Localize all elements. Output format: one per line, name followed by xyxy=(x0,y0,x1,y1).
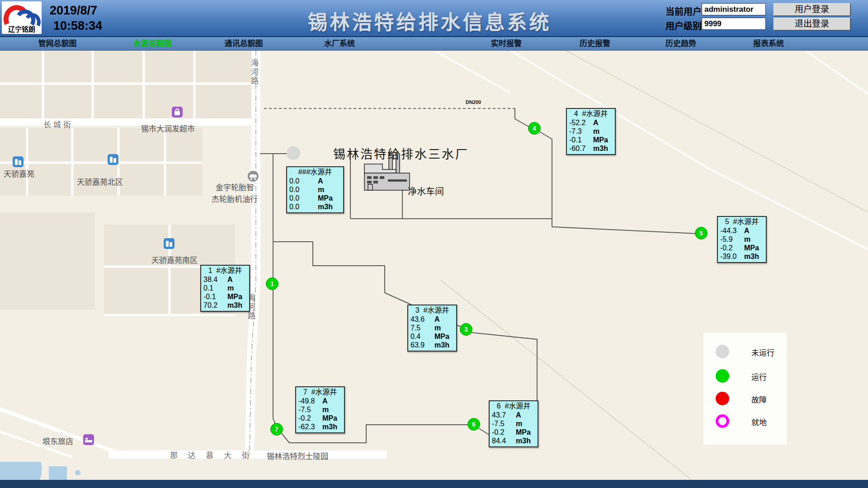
well-marker-stopped[interactable] xyxy=(287,146,300,160)
unit-label: A xyxy=(516,411,521,419)
poi-label-tire-shop-2: 杰轮胎机油行 xyxy=(212,193,258,204)
well-level: -7.5 xyxy=(492,419,505,428)
well-level: 0.1 xyxy=(203,284,213,292)
unit-label: m3h xyxy=(227,301,242,310)
workshop-label: 净水车间 xyxy=(408,184,444,197)
unit-label: m xyxy=(322,405,329,414)
unit-label: MPa xyxy=(744,244,759,252)
well-marker-7[interactable]: 7 xyxy=(270,423,283,436)
well-pressure: 0.4 xyxy=(410,332,420,341)
well-title: 5 #水源井 xyxy=(718,217,766,226)
well-flow: -39.0 xyxy=(720,252,736,261)
well-current: -49.8 xyxy=(298,397,315,405)
unit-label: MPa xyxy=(434,332,449,341)
tab-report-system[interactable]: 报表系统 xyxy=(753,37,784,50)
well-flow: 0.0 xyxy=(289,202,299,211)
well-level: 7.5 xyxy=(410,324,420,332)
tab-water-plant-system[interactable]: 水厂系统 xyxy=(324,37,355,50)
well-data-panel-5: 5 #水源井 -44.3A -5.9m -0.2MPa -39.0m3h xyxy=(717,216,767,263)
pipe-dn200-label: DN200 xyxy=(466,99,481,105)
well-pressure: -0.2 xyxy=(720,244,733,252)
user-level-input[interactable] xyxy=(702,18,766,30)
company-logo: 辽宁铭朗 xyxy=(2,1,42,34)
tab-realtime-alarm[interactable]: 实时报警 xyxy=(491,37,522,50)
well-marker-4[interactable]: 4 xyxy=(528,122,541,135)
poi-label-martyrs-cemetery: 锡林浩特烈士陵园 xyxy=(267,450,328,461)
unit-label: A xyxy=(434,315,440,324)
well-pressure: -0.1 xyxy=(569,136,582,144)
well-data-panel-ref: ###水源井 0.0A 0.0m 0.0MPa 0.0m3h xyxy=(286,166,344,213)
well-data-panel-7: 7 #水源井 -49.8A -7.5m -0.2MPa -62.3m3h xyxy=(295,386,345,433)
well-marker-1[interactable]: 1 xyxy=(266,277,278,290)
well-pressure: -0.2 xyxy=(298,414,311,422)
unit-label: MPa xyxy=(322,414,337,422)
well-current: -52.2 xyxy=(569,118,585,127)
unit-label: m3h xyxy=(516,436,531,445)
legend-local-label: 就地 xyxy=(751,416,767,427)
tab-water-source-overview[interactable]: 水源总貌图 xyxy=(133,37,172,50)
poi-label-hotel: 垠东旅店 xyxy=(42,435,73,446)
header-bar: 辽宁铭朗 2019/8/710:58:34 锡林浩特给排水信息系统 当前用户 用… xyxy=(0,0,868,37)
well-data-panel-1: 1 #水源井 38.4A 0.1m -0.1MPa 70.2m3h xyxy=(200,265,250,312)
plant-title: 锡林浩特给排水三水厂 xyxy=(333,145,469,162)
tab-pipe-network-overview[interactable]: 管网总貌图 xyxy=(38,37,77,50)
well-data-panel-4: 4 #水源井 -52.2A -7.3m -0.1MPa -60.7m3h xyxy=(566,108,616,155)
well-marker-6[interactable]: 6 xyxy=(467,418,480,431)
logout-button[interactable]: 退出登录 xyxy=(774,18,850,30)
system-title: 锡林浩特给排水信息系统 xyxy=(308,6,552,35)
nav-bar: 管网总貌图 水源总貌图 通讯总貌图 水厂系统 实时报警 历史报警 历史趋势 报表… xyxy=(0,37,868,51)
unit-label: m3h xyxy=(322,422,337,431)
well-flow: 70.2 xyxy=(203,301,217,310)
well-flow: -60.7 xyxy=(569,144,585,153)
shopping-bag-icon xyxy=(172,107,183,117)
unit-label: MPa xyxy=(516,428,531,436)
unit-label: m xyxy=(434,324,441,332)
legend-running-icon xyxy=(716,369,729,383)
unit-label: m3h xyxy=(318,202,333,211)
well-level: -5.9 xyxy=(720,235,733,244)
poi-label-tianjiao-north: 天骄嘉苑北区 xyxy=(77,176,123,187)
unit-label: A xyxy=(227,275,233,284)
unit-label: m3h xyxy=(744,252,759,261)
well-marker-3[interactable]: 3 xyxy=(460,323,472,336)
legend-fault-icon xyxy=(716,392,729,405)
unit-label: m xyxy=(516,419,522,428)
well-title: 7 #水源井 xyxy=(296,387,344,397)
current-user-input[interactable] xyxy=(702,3,766,15)
well-title: 6 #水源井 xyxy=(490,401,538,411)
unit-label: A xyxy=(744,226,750,235)
well-pressure: -0.1 xyxy=(203,292,216,301)
well-current: 43.6 xyxy=(410,315,425,324)
building-icon xyxy=(108,154,118,165)
well-level: -7.3 xyxy=(569,127,582,136)
unit-label: m xyxy=(318,185,324,194)
unit-label: m3h xyxy=(434,341,449,349)
well-level: -7.5 xyxy=(298,405,311,414)
well-marker-5[interactable]: 5 xyxy=(695,227,708,239)
unit-label: A xyxy=(318,177,323,185)
well-title: ###水源井 xyxy=(287,167,343,177)
login-button[interactable]: 用户登录 xyxy=(774,3,850,16)
legend-stopped-label: 未运行 xyxy=(751,347,774,358)
unit-label: m xyxy=(593,127,599,136)
well-current: 43.7 xyxy=(492,411,506,419)
logo-text: 辽宁铭朗 xyxy=(2,24,42,33)
car-repair-icon xyxy=(248,171,259,182)
tab-history-trend[interactable]: 历史趋势 xyxy=(665,37,696,50)
well-title: 4 #水源井 xyxy=(567,109,615,118)
unit-label: MPa xyxy=(227,292,242,301)
unit-label: MPa xyxy=(593,136,608,144)
well-title: 3 #水源井 xyxy=(408,305,456,315)
well-flow: 63.9 xyxy=(410,341,425,349)
user-level-label: 用户级别 xyxy=(665,19,702,32)
building-icon xyxy=(164,238,175,249)
street-label-haihe-north: 海河路 xyxy=(248,59,259,86)
well-pressure: 0.0 xyxy=(289,194,299,202)
well-current: -44.3 xyxy=(720,226,736,235)
legend-local-icon xyxy=(716,414,729,428)
date-text: 2019/8/7 xyxy=(50,4,97,17)
tab-comm-overview[interactable]: 通讯总貌图 xyxy=(225,37,263,50)
tab-history-alarm[interactable]: 历史报警 xyxy=(580,37,610,50)
well-title: 1 #水源井 xyxy=(201,266,249,275)
poi-label-supermarket: 锡市大润发超市 xyxy=(141,122,195,134)
